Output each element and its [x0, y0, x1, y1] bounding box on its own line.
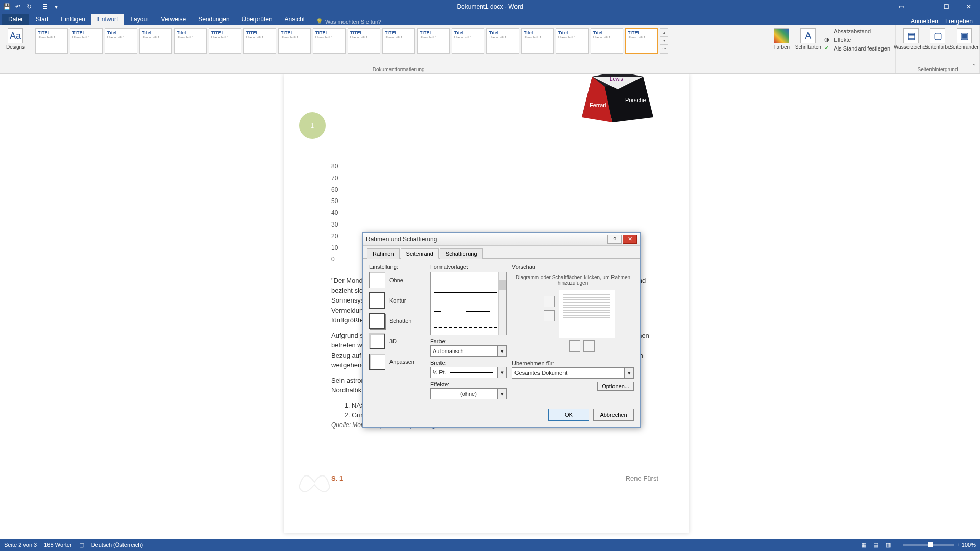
redo-icon[interactable]: ↻ [26, 3, 33, 10]
tab-review[interactable]: Überprüfen [236, 14, 279, 25]
theme-thumb[interactable]: TitelÜberschrift 1 [452, 28, 484, 54]
theme-thumb[interactable]: TITELÜberschrift 1 [382, 28, 415, 54]
collapse-ribbon-button[interactable]: ⌃ [972, 63, 976, 69]
chevron-down-icon[interactable]: ▾ [497, 346, 506, 356]
colors-icon [774, 28, 789, 43]
custom-icon [369, 354, 385, 370]
style-list[interactable] [430, 272, 507, 335]
tab-design[interactable]: Entwurf [91, 14, 125, 25]
theme-thumb[interactable]: TitelÜberschrift 1 [591, 28, 623, 54]
tab-file[interactable]: Datei [2, 14, 29, 25]
proofing-icon[interactable]: ▢ [79, 542, 84, 548]
fonts-label: Schriftarten [795, 44, 821, 50]
paragraph-spacing-button[interactable]: ≡Absatzabstand [822, 27, 892, 35]
setting-custom[interactable]: Anpassen [369, 354, 425, 370]
zoom-in-button[interactable]: + [956, 542, 959, 548]
theme-thumb[interactable]: TITELÜberschrift 1 [278, 28, 311, 54]
tab-borders[interactable]: Rahmen [367, 248, 400, 259]
themes-icon: Aa [8, 28, 23, 43]
art-combo[interactable]: (ohne)▾ [430, 388, 507, 399]
zoom-out-button[interactable]: − [898, 542, 901, 548]
tab-view[interactable]: Ansicht [279, 14, 311, 25]
tab-references[interactable]: Verweise [155, 14, 192, 25]
ok-button[interactable]: OK [548, 409, 589, 421]
chevron-down-icon[interactable]: ▾ [624, 368, 633, 378]
theme-thumb[interactable]: TITELÜberschrift 1 [243, 28, 276, 54]
apply-to-combo[interactable]: Gesamtes Dokument▾ [512, 367, 634, 379]
border-top-button[interactable] [544, 296, 555, 307]
setting-shadow[interactable]: Schatten [369, 313, 425, 329]
minimize-button[interactable]: — [913, 0, 935, 13]
gallery-up[interactable]: ▴ [660, 29, 668, 37]
zoom-slider[interactable] [903, 544, 954, 546]
status-language[interactable]: Deutsch (Österreich) [91, 542, 143, 548]
document-formatting-gallery[interactable]: TITELÜberschrift 1TITELÜberschrift 1Tite… [34, 27, 763, 64]
theme-thumb[interactable]: TitelÜberschrift 1 [521, 28, 554, 54]
theme-thumb[interactable]: TITELÜberschrift 1 [348, 28, 380, 54]
signin-link[interactable]: Anmelden [911, 18, 938, 25]
width-combo[interactable]: ½ Pt.▾ [430, 367, 507, 378]
touch-mode-icon[interactable]: ☰ [41, 3, 48, 10]
set-default-button[interactable]: ✔Als Standard festlegen [822, 44, 892, 53]
tab-insert[interactable]: Einfügen [55, 14, 91, 25]
status-page[interactable]: Seite 2 von 3 [4, 542, 37, 548]
theme-thumb[interactable]: TITELÜberschrift 1 [209, 28, 241, 54]
chevron-down-icon[interactable]: ▾ [497, 367, 506, 378]
border-right-button[interactable] [583, 340, 595, 352]
preview-hint: Diagramm oder Schaltflächen klicken, um … [514, 274, 631, 286]
help-button[interactable]: ? [607, 235, 622, 244]
status-words[interactable]: 168 Wörter [44, 542, 71, 548]
style-scrollbar[interactable] [498, 272, 506, 335]
page-borders-button[interactable]: ▣ Seitenränder [952, 27, 976, 51]
theme-thumb[interactable]: TitelÜberschrift 1 [486, 28, 519, 54]
dialog-titlebar[interactable]: Rahmen und Schattierung ? ✕ [363, 233, 640, 246]
theme-thumb[interactable]: TITELÜberschrift 1 [35, 28, 68, 54]
colors-button[interactable]: Farben [769, 27, 794, 51]
tab-mailings[interactable]: Sendungen [192, 14, 235, 25]
theme-thumb[interactable]: TITELÜberschrift 1 [625, 28, 658, 54]
theme-thumb[interactable]: TITELÜberschrift 1 [313, 28, 346, 54]
tellme-search[interactable]: 💡 Was möchten Sie tun? [316, 18, 381, 25]
themes-button[interactable]: Aa Designs [3, 27, 28, 51]
close-window-button[interactable]: ✕ [958, 0, 980, 13]
color-combo[interactable]: Automatisch▾ [430, 345, 507, 357]
theme-thumb[interactable]: TITELÜberschrift 1 [417, 28, 450, 54]
gallery-more[interactable]: ⋯ [660, 45, 668, 53]
preview-page[interactable] [559, 290, 615, 338]
undo-icon[interactable]: ↶ [14, 3, 21, 10]
share-button[interactable]: Freigeben [945, 18, 973, 25]
theme-thumb[interactable]: TITELÜberschrift 1 [70, 28, 103, 54]
ribbon-display-button[interactable]: ▭ [890, 0, 913, 13]
setting-none[interactable]: Ohne [369, 272, 425, 288]
gallery-down[interactable]: ▾ [660, 37, 668, 45]
setting-box[interactable]: Kontur [369, 292, 425, 309]
theme-thumb[interactable]: TitelÜberschrift 1 [556, 28, 589, 54]
theme-thumb[interactable]: TitelÜberschrift 1 [139, 28, 172, 54]
tab-start[interactable]: Start [30, 14, 55, 25]
chevron-down-icon[interactable]: ▾ [497, 389, 506, 399]
page-color-button[interactable]: ▢ Seitenfarbe [925, 27, 950, 51]
qat-customize-icon[interactable]: ▾ [53, 3, 60, 10]
border-left-button[interactable] [569, 340, 580, 352]
tab-shading[interactable]: Schattierung [440, 248, 483, 259]
save-icon[interactable]: 💾 [3, 3, 10, 10]
theme-thumb[interactable]: TitelÜberschrift 1 [105, 28, 137, 54]
effects-button[interactable]: ◑Effekte [822, 36, 892, 44]
tab-layout[interactable]: Layout [124, 14, 155, 25]
watermark-button[interactable]: ▤ Wasserzeichen [899, 27, 923, 51]
tab-page-border[interactable]: Seitenrand [401, 248, 439, 259]
view-web-button[interactable]: ▥ [883, 540, 894, 549]
close-dialog-button[interactable]: ✕ [623, 235, 637, 244]
options-button[interactable]: Optionen... [597, 382, 634, 391]
theme-thumb[interactable]: TitelÜberschrift 1 [174, 28, 207, 54]
maximize-button[interactable]: ☐ [935, 0, 958, 13]
titlebar: 💾 ↶ ↻ ☰ ▾ Dokument1.docx - Word ▭ — ☐ ✕ [0, 0, 980, 13]
svg-text:Porsche: Porsche [625, 97, 646, 103]
view-read-button[interactable]: ▦ [858, 540, 869, 549]
zoom-level[interactable]: 100% [962, 542, 976, 548]
cancel-button[interactable]: Abbrechen [593, 409, 634, 421]
fonts-button[interactable]: A Schriftarten [796, 27, 820, 51]
border-bottom-button[interactable] [544, 310, 555, 321]
setting-3d[interactable]: 3D [369, 333, 425, 349]
view-print-button[interactable]: ▤ [870, 540, 881, 549]
